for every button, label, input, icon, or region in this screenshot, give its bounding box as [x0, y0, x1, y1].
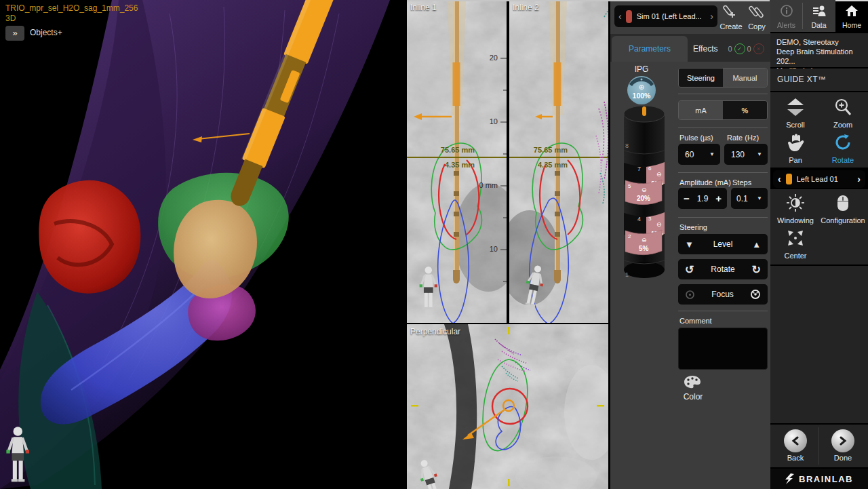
simulation-selector-label: Sim 01 (Left Lead...: [637, 12, 707, 20]
svg-text:6: 6: [648, 165, 652, 172]
depth-measurement-2: 75.65 mm: [519, 146, 568, 154]
steering-section-label: Steering: [679, 223, 707, 231]
lead-orientation-marker: [642, 106, 646, 116]
chevron-left-icon[interactable]: ‹: [773, 174, 786, 184]
configuration-tool[interactable]: Configuration: [819, 193, 867, 224]
top-button-row: Alerts Data Home: [770, 0, 868, 32]
effects-pass-count: 0: [728, 45, 732, 53]
chevron-left-icon[interactable]: ‹: [614, 11, 626, 22]
view-3d[interactable]: TRIO_mpr_sel_H2O_sag_1mm_2563D » Objects…: [0, 0, 406, 489]
amplitude-value: 1.9: [697, 194, 709, 203]
chevron-right-icon[interactable]: ›: [852, 174, 865, 184]
svg-text:1: 1: [625, 271, 629, 278]
svg-text:⊖: ⊖: [656, 171, 662, 178]
ipg-icon[interactable]: ⊕ 100%: [623, 73, 660, 106]
main-menu-panel: Alerts Data Home DEMO, Stereotaxy Deep B…: [770, 0, 868, 489]
back-button[interactable]: Back: [772, 429, 819, 462]
svg-text:⊖: ⊖: [656, 221, 662, 228]
view-label-perpendicular: Perpendicular: [410, 327, 460, 336]
depth-line-inline2: [509, 157, 608, 158]
unit-percent[interactable]: %: [723, 101, 767, 119]
divider: [678, 217, 768, 218]
lead-diagram[interactable]: 8 7 6 ⊖ 60% 5 ⊖ 20% 4 3 ⊖ 15% 2 ⊖ 5% 1: [616, 103, 673, 282]
scroll-tool[interactable]: Scroll: [772, 98, 819, 129]
level-label: Level: [713, 239, 733, 249]
pulse-dropdown[interactable]: 60 ▼: [678, 144, 720, 165]
level-up-button[interactable]: ▲: [752, 239, 761, 250]
amplitude-decrease-button[interactable]: −: [678, 193, 695, 204]
patient-name: DEMO, Stereotaxy: [776, 37, 862, 47]
svg-text:7: 7: [637, 165, 641, 172]
rate-dropdown[interactable]: 130 ▼: [724, 144, 768, 165]
chevron-left-icon: [791, 436, 800, 446]
svg-text:20%: 20%: [637, 195, 650, 202]
create-button[interactable]: Create: [717, 4, 745, 31]
rotate-tool[interactable]: Rotate: [819, 133, 867, 164]
empty-section: [770, 266, 868, 423]
svg-text:8: 8: [625, 142, 629, 149]
mode-toggle: Steering Manual: [678, 68, 768, 87]
comment-label: Comment: [679, 317, 712, 325]
steps-dropdown[interactable]: 0.1 ▼: [731, 188, 768, 209]
home-button[interactable]: Home: [835, 0, 868, 32]
tab-parameters[interactable]: Parameters: [612, 36, 688, 62]
patient-procedure: Deep Brain Stimulation 202...: [776, 47, 862, 66]
chevron-right-icon[interactable]: ›: [706, 11, 717, 22]
rate-label: Rate (Hz): [727, 134, 759, 142]
data-patient-icon: [812, 4, 827, 18]
svg-text:4: 4: [637, 216, 641, 222]
unit-ma[interactable]: mA: [679, 101, 723, 119]
data-button[interactable]: Data: [803, 0, 835, 32]
ruler-tick-minus10: 10: [477, 245, 498, 253]
mode-manual[interactable]: Manual: [723, 69, 767, 87]
view-inline-2[interactable]: Inline 2 75.65 mm 4.35 mm: [509, 0, 608, 323]
focus-label: Focus: [711, 290, 734, 299]
zoom-tool[interactable]: Zoom: [819, 98, 867, 129]
rotate-icon: [833, 133, 852, 152]
ruler-tick-10: 10: [477, 117, 498, 125]
view-label-inline2: Inline 2: [513, 3, 539, 12]
view-perpendicular[interactable]: Perpendicular: [407, 324, 608, 489]
amplitude-label: Amplitude (mA): [679, 178, 731, 187]
svg-text:2: 2: [628, 233, 631, 239]
chevron-down-icon: ▼: [757, 151, 768, 157]
depth-measurement: 75.65 mm: [426, 146, 475, 154]
mode-steering[interactable]: Steering: [679, 69, 723, 87]
copy-button[interactable]: Copy: [743, 4, 770, 31]
windowing-tool[interactable]: Windowing: [772, 193, 819, 224]
lead-selector[interactable]: ‹ Left Lead 01 ›: [773, 170, 865, 188]
center-tool[interactable]: Center: [772, 229, 819, 260]
windowing-icon: [786, 193, 805, 212]
level-down-button[interactable]: ▼: [685, 239, 694, 250]
tab-effects[interactable]: Effects 0 ✓ 0 ×: [693, 36, 770, 62]
svg-text:100%: 100%: [633, 92, 652, 100]
color-button-label[interactable]: Color: [673, 392, 713, 402]
rotate-label: Rotate: [711, 265, 734, 274]
navigation-section: Back Done: [770, 425, 868, 467]
comment-input[interactable]: [678, 328, 768, 370]
alerts-button[interactable]: Alerts: [770, 0, 802, 32]
svg-text:⊖: ⊖: [642, 237, 647, 243]
pan-tool[interactable]: Pan: [772, 133, 819, 164]
svg-text:5: 5: [628, 183, 631, 189]
view-inline-1[interactable]: Inline 1 75.65 mm 4.35 mm 20 10 0 mm 10: [407, 0, 507, 323]
rotate-ccw-button[interactable]: ↺: [685, 263, 694, 276]
color-palette-icon[interactable]: [684, 374, 701, 389]
home-icon: [845, 5, 859, 17]
amplitude-increase-button[interactable]: +: [710, 193, 727, 204]
focus-spread-icon[interactable]: [685, 290, 695, 300]
steps-label: Steps: [732, 178, 751, 187]
view-label-inline1: Inline 1: [410, 3, 437, 12]
remaining-measurement: 4.35 mm: [434, 161, 475, 169]
patient-info: DEMO, Stereotaxy Deep Brain Stimulation …: [770, 33, 868, 67]
focus-narrow-icon[interactable]: [750, 289, 761, 300]
svg-text:5%: 5%: [639, 245, 649, 252]
zoom-icon: [833, 98, 852, 117]
objects-button-label[interactable]: Objects+: [30, 28, 62, 37]
rotate-cw-button[interactable]: ↻: [752, 263, 761, 276]
copy-icon: [749, 4, 765, 19]
lead-selector-label: Left Lead 01: [797, 175, 853, 183]
done-button[interactable]: Done: [819, 429, 867, 462]
simulation-selector[interactable]: ‹ Sim 01 (Left Lead... ›: [614, 5, 717, 27]
objects-expand-button[interactable]: »: [5, 26, 24, 41]
